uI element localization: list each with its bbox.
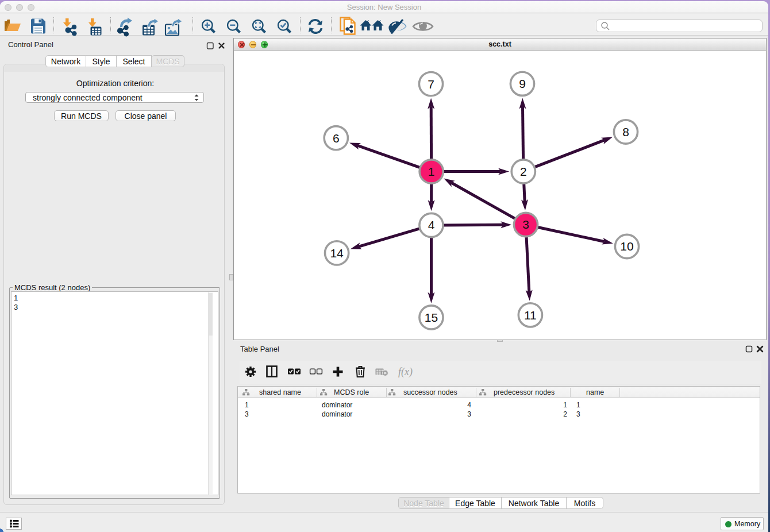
svg-text:11: 11 xyxy=(524,309,537,322)
svg-text:9: 9 xyxy=(519,77,526,90)
svg-text:1: 1 xyxy=(428,165,435,178)
svg-text:4: 4 xyxy=(428,218,435,232)
svg-text:15: 15 xyxy=(425,311,438,324)
svg-text:7: 7 xyxy=(428,78,434,91)
svg-text:8: 8 xyxy=(622,125,629,138)
svg-text:10: 10 xyxy=(620,240,633,253)
svg-text:6: 6 xyxy=(333,132,340,145)
svg-text:3: 3 xyxy=(522,218,529,231)
svg-text:2: 2 xyxy=(520,165,527,178)
svg-text:14: 14 xyxy=(330,246,344,260)
